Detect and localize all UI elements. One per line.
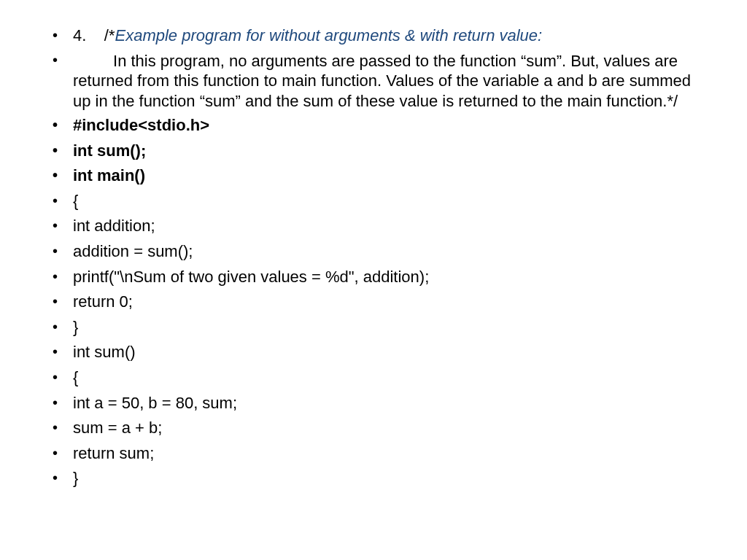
- list-item: In this program, no arguments are passed…: [44, 51, 703, 112]
- list-item: }: [44, 317, 703, 338]
- description-text: In this program, no arguments are passed…: [73, 52, 691, 110]
- list-item: int a = 50, b = 80, sum;: [44, 393, 703, 414]
- list-item: return sum;: [44, 443, 703, 464]
- list-item: int sum();: [44, 141, 703, 162]
- item-prefix: 4. /*: [73, 26, 115, 44]
- list-item: return 0;: [44, 292, 703, 313]
- list-item: {: [44, 191, 703, 212]
- list-item: int sum(): [44, 342, 703, 363]
- list-item: #include<stdio.h>: [44, 115, 703, 136]
- bullet-list: 4. /*Example program for without argumen…: [44, 26, 703, 489]
- item-title: Example program for without arguments & …: [115, 26, 542, 44]
- list-item: sum = a + b;: [44, 418, 703, 439]
- slide-content: 4. /*Example program for without argumen…: [0, 0, 747, 508]
- list-item: int addition;: [44, 216, 703, 237]
- list-item: }: [44, 468, 703, 489]
- indent-space: [73, 52, 113, 70]
- list-item: 4. /*Example program for without argumen…: [44, 26, 703, 47]
- list-item: int main(): [44, 166, 703, 187]
- list-item: printf("\nSum of two given values = %d",…: [44, 267, 703, 288]
- list-item: {: [44, 368, 703, 389]
- list-item: addition = sum();: [44, 241, 703, 262]
